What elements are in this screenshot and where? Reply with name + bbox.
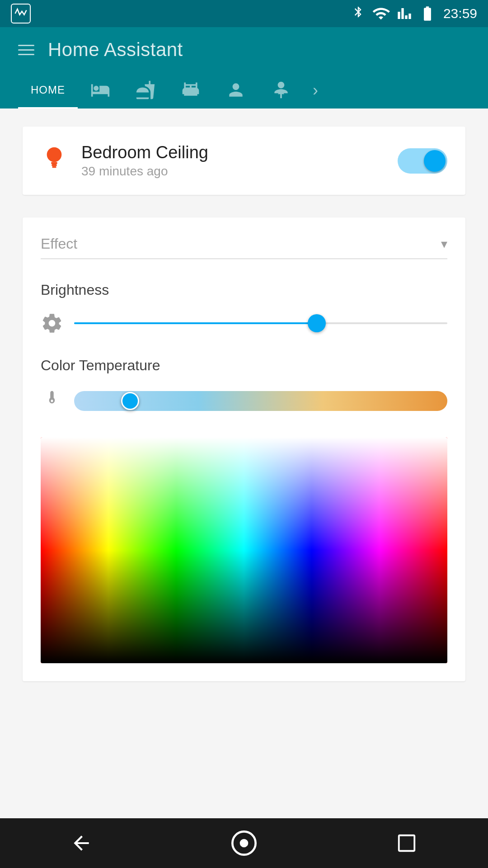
- bulb-icon: [41, 145, 68, 177]
- device-last-seen: 39 minutes ago: [81, 164, 208, 179]
- status-time: 23:59: [443, 6, 477, 21]
- device-toggle[interactable]: [398, 148, 447, 174]
- person-female-icon: [271, 80, 291, 100]
- device-text: Bedroom Ceiling 39 minutes ago: [81, 143, 208, 179]
- signal-icon: [397, 5, 412, 23]
- svg-point-8: [240, 839, 249, 848]
- device-info: Bedroom Ceiling 39 minutes ago: [41, 143, 208, 179]
- svg-rect-2: [52, 164, 57, 166]
- brightness-thumb: [308, 314, 326, 332]
- status-bar-left: [11, 4, 31, 24]
- svg-rect-9: [399, 835, 415, 851]
- back-icon: [70, 832, 93, 854]
- svg-rect-1: [51, 162, 57, 164]
- color-temp-slider-row: [41, 387, 447, 415]
- guestroom-icon: [181, 80, 201, 100]
- tab-home[interactable]: HOME: [18, 72, 78, 108]
- dropdown-arrow-icon: ▾: [441, 236, 447, 251]
- tab-person-male[interactable]: [213, 72, 258, 108]
- tab-bedroom[interactable]: [78, 72, 123, 108]
- dining-icon: [136, 80, 155, 100]
- nav-more-button[interactable]: ›: [304, 81, 327, 100]
- effect-dropdown: Effect ▾: [41, 236, 447, 259]
- lightbulb-icon: [42, 145, 67, 177]
- brightness-slider[interactable]: [74, 312, 447, 335]
- app-icon: [11, 4, 31, 24]
- recents-icon: [396, 833, 417, 854]
- controls-section: Effect ▾ Brightness Col: [23, 217, 465, 681]
- tab-guestroom[interactable]: [168, 72, 213, 108]
- color-temp-slider[interactable]: [74, 387, 447, 415]
- svg-rect-3: [52, 166, 56, 168]
- brightness-slider-row: [41, 312, 447, 335]
- battery-icon: [419, 5, 436, 23]
- main-content: Bedroom Ceiling 39 minutes ago Effect ▾ …: [0, 108, 488, 818]
- color-picker-gradient: [41, 437, 447, 663]
- svg-point-0: [47, 147, 62, 162]
- brightness-track: [74, 322, 447, 324]
- brightness-section: Brightness: [41, 282, 447, 335]
- bedroom-icon: [90, 80, 110, 100]
- home-circle-icon: [231, 830, 257, 856]
- app-header: Home Assistant HOME: [0, 27, 488, 108]
- tab-person-female[interactable]: [258, 72, 304, 108]
- header-top: Home Assistant: [18, 27, 470, 72]
- brightness-fill: [74, 322, 317, 324]
- brightness-label: Brightness: [41, 282, 447, 298]
- temp-thumb: [121, 392, 139, 410]
- back-button[interactable]: [63, 825, 99, 861]
- bluetooth-icon: [352, 5, 365, 23]
- toggle-thumb: [424, 150, 446, 172]
- svg-rect-6: [41, 437, 447, 663]
- status-bar: 23:59: [0, 0, 488, 27]
- recents-button[interactable]: [389, 825, 425, 861]
- device-card: Bedroom Ceiling 39 minutes ago: [23, 127, 465, 195]
- wifi-icon: [372, 5, 390, 23]
- app-logo-icon: [14, 7, 28, 20]
- device-name: Bedroom Ceiling: [81, 143, 208, 162]
- effect-dropdown-control[interactable]: Effect ▾: [41, 236, 447, 259]
- effect-value: Effect: [41, 236, 77, 252]
- temp-track: [74, 391, 447, 411]
- nav-more-label: ›: [313, 81, 318, 100]
- color-temp-section: Color Temperature: [41, 357, 447, 415]
- status-bar-right: 23:59: [352, 5, 477, 23]
- app-title: Home Assistant: [48, 39, 183, 61]
- nav-tabs: HOME: [18, 72, 470, 108]
- color-temp-label: Color Temperature: [41, 357, 447, 374]
- tab-dining[interactable]: [123, 72, 168, 108]
- brightness-icon: [41, 312, 63, 335]
- color-picker[interactable]: [41, 437, 447, 663]
- bottom-nav: [0, 818, 488, 868]
- tab-home-label: HOME: [31, 84, 65, 96]
- home-button[interactable]: [226, 825, 262, 861]
- thermometer-icon: [41, 390, 63, 412]
- person-male-icon: [226, 80, 246, 100]
- menu-button[interactable]: [18, 45, 34, 55]
